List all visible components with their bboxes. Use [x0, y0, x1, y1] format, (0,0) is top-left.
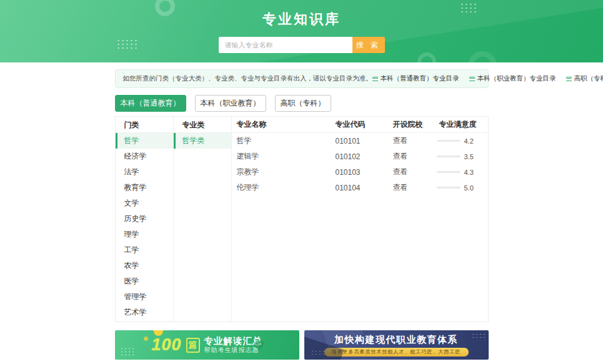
notice-text: 如您所查的门类（专业大类）、专业类、专业与专业目录有出入，请以专业目录为准。	[123, 74, 372, 83]
banner-text: 专业解读汇总 帮助考生填报志愿	[204, 335, 262, 355]
search-input[interactable]	[219, 37, 352, 53]
tab-college[interactable]: 高职（专科）	[275, 95, 331, 112]
major-code: 010104	[336, 184, 387, 192]
banner-subtitle-pill: 培养更多高素质技术技能人才、能工巧匠、大国工匠	[324, 348, 469, 357]
link-label: 本科（职业教育）专业目录	[477, 74, 556, 83]
category-item[interactable]: 艺术学	[116, 305, 173, 320]
dot-grid-decoration	[471, 333, 485, 340]
list-icon	[469, 77, 475, 81]
page-header: 专业知识库 搜 索	[0, 0, 603, 62]
page-title: 专业知识库	[0, 0, 603, 29]
education-level-tabs: 本科（普通教育） 本科（职业教育） 高职（专科）	[115, 95, 489, 112]
major-name: 哲学	[232, 135, 336, 146]
header-schools: 开设院校	[387, 119, 437, 130]
major-code: 010101	[336, 137, 387, 145]
tab-undergrad-vocational[interactable]: 本科（职业教育）	[195, 95, 266, 112]
subcategory-column: 专业类 哲学类	[174, 117, 232, 322]
table-row: 宗教学 010103 查看 4.3	[232, 164, 488, 180]
ball-decoration	[144, 337, 148, 341]
banner-subtitle: 帮助考生填报志愿	[204, 347, 262, 355]
subcategory-column-header: 专业类	[174, 117, 231, 133]
satisfaction-value: 3.5	[464, 153, 477, 160]
catalog-links: 本科（普通教育）专业目录 本科（职业教育）专业目录 高职（专科）专业目录	[372, 74, 603, 83]
major-code: 010103	[336, 168, 387, 177]
promo-banners: 100 篇 专业解读汇总 帮助考生填报志愿 加快构建现代职业教育体系 培养更多高…	[115, 330, 489, 360]
majors-table-header: 专业名称 专业代码 开设院校 专业满意度	[232, 117, 488, 133]
category-item[interactable]: 工学	[116, 242, 173, 258]
category-item[interactable]: 法学	[116, 164, 173, 180]
satisfaction-bar	[437, 171, 461, 173]
category-item[interactable]: 文学	[116, 195, 173, 211]
category-item[interactable]: 哲学	[116, 133, 173, 149]
satisfaction-cell: 4.3	[437, 169, 488, 176]
banner-count: 100	[151, 335, 181, 355]
satisfaction-value: 5.0	[464, 184, 477, 192]
category-column: 门类 哲学 经济学 法学 教育学 文学 历史学 理学 工学 农学 医学 管理学 …	[116, 117, 174, 322]
major-name: 逻辑学	[232, 151, 336, 162]
category-column-header: 门类	[116, 117, 173, 133]
category-item[interactable]: 理学	[116, 227, 173, 242]
list-icon	[372, 77, 378, 81]
ring-decoration-icon	[417, 52, 436, 62]
subcategory-item[interactable]: 哲学类	[174, 133, 231, 149]
banner-major-guides[interactable]: 100 篇 专业解读汇总 帮助考生填报志愿	[115, 330, 299, 360]
category-item[interactable]: 管理学	[116, 289, 173, 305]
category-item[interactable]: 经济学	[116, 149, 173, 164]
category-item[interactable]: 历史学	[116, 211, 173, 227]
banner-count-unit: 篇	[186, 338, 200, 353]
link-label: 高职（专科）专业目录	[574, 74, 603, 83]
satisfaction-bar	[437, 187, 461, 189]
link-undergrad-general-catalog[interactable]: 本科（普通教育）专业目录	[372, 74, 459, 83]
satisfaction-cell: 3.5	[437, 153, 488, 160]
banner-title: 专业解读汇总	[204, 335, 262, 347]
table-row: 伦理学 010104 查看 5.0	[232, 180, 488, 195]
ring-decoration-icon	[468, 51, 497, 62]
catalog-panel: 门类 哲学 经济学 法学 教育学 文学 历史学 理学 工学 农学 医学 管理学 …	[115, 116, 489, 322]
dot-grid-decoration	[120, 347, 136, 356]
tab-undergrad-general[interactable]: 本科（普通教育）	[115, 95, 186, 112]
dot-grid-decoration	[116, 39, 137, 50]
category-item[interactable]: 医学	[116, 273, 173, 289]
satisfaction-value: 4.2	[464, 137, 477, 145]
dot-grid-decoration	[311, 350, 324, 357]
majors-table: 专业名称 专业代码 开设院校 专业满意度 哲学 010101 查看 4.2 逻辑…	[232, 117, 488, 322]
satisfaction-cell: 5.0	[437, 184, 488, 192]
link-college-catalog[interactable]: 高职（专科）专业目录	[566, 74, 603, 83]
view-schools-link[interactable]: 查看	[387, 167, 437, 177]
search-bar: 搜 索	[219, 37, 385, 53]
search-button[interactable]: 搜 索	[352, 37, 385, 53]
category-item[interactable]: 教育学	[116, 180, 173, 195]
view-schools-link[interactable]: 查看	[387, 151, 437, 162]
major-name: 宗教学	[232, 167, 336, 177]
satisfaction-bar	[437, 155, 461, 157]
banner-vocational-education[interactable]: 加快构建现代职业教育体系 培养更多高素质技术技能人才、能工巧匠、大国工匠	[304, 330, 489, 360]
satisfaction-cell: 4.2	[437, 137, 488, 145]
major-name: 伦理学	[232, 182, 336, 193]
satisfaction-bar	[437, 140, 461, 142]
view-schools-link[interactable]: 查看	[387, 135, 437, 146]
category-item[interactable]: 农学	[116, 258, 173, 273]
header-major-name: 专业名称	[232, 119, 336, 130]
notice-bar: 如您所查的门类（专业大类）、专业类、专业与专业目录有出入，请以专业目录为准。 本…	[115, 69, 489, 88]
satisfaction-value: 4.3	[464, 169, 477, 176]
view-schools-link[interactable]: 查看	[387, 182, 437, 193]
header-major-code: 专业代码	[336, 119, 387, 130]
link-undergrad-vocational-catalog[interactable]: 本科（职业教育）专业目录	[469, 74, 556, 83]
major-code: 010102	[336, 152, 387, 161]
header-satisfaction: 专业满意度	[437, 119, 488, 130]
link-label: 本科（普通教育）专业目录	[381, 74, 459, 83]
list-icon	[566, 77, 572, 81]
table-row: 逻辑学 010102 查看 3.5	[232, 149, 488, 164]
table-row: 哲学 010101 查看 4.2	[232, 133, 488, 149]
